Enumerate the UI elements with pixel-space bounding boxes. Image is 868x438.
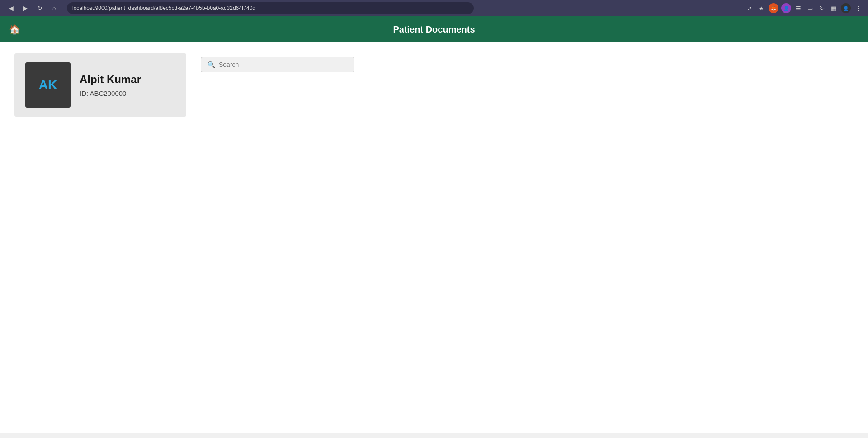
menu-lines-icon[interactable]: ☰ [794,4,803,13]
patient-initials: AK [39,78,57,92]
patient-card: AK Alpit Kumar ID: ABC200000 [14,53,186,117]
share-icon[interactable]: ➚ [745,4,754,13]
app-home-button[interactable]: 🏠 [7,22,22,37]
page-title: Patient Documents [393,24,475,35]
more-options-icon[interactable]: ⋮ [854,4,863,13]
browser-chrome: ◀ ▶ ↻ ⌂ localhost:9000/patient_dashboard… [0,0,868,16]
reload-button[interactable]: ↻ [34,3,45,14]
user-avatar[interactable]: 👤 [841,3,851,13]
extension-avatar-2[interactable]: 👤 [781,3,791,13]
home-button[interactable]: ⌂ [49,3,60,14]
puzzle-icon[interactable]: ⛷ [817,4,826,13]
patient-avatar: AK [25,62,71,108]
window-icon[interactable]: ▭ [806,4,815,13]
back-button[interactable]: ◀ [5,3,16,14]
scrollbar[interactable] [0,433,868,438]
app-home-icon: 🏠 [9,24,20,35]
sidebar-icon[interactable]: ▦ [829,4,838,13]
search-icon: 🔍 [208,61,215,68]
search-box: 🔍 [201,57,354,72]
address-text: localhost:9000/patient_dashboard/af8ec5c… [72,5,468,11]
patient-id: ID: ABC200000 [80,89,141,97]
forward-button[interactable]: ▶ [20,3,31,14]
search-input[interactable] [219,61,348,68]
bookmark-icon[interactable]: ★ [757,4,766,13]
app-header: 🏠 Patient Documents [0,16,868,42]
address-bar[interactable]: localhost:9000/patient_dashboard/af8ec5c… [67,2,474,14]
extension-avatar-1[interactable]: 🦊 [769,3,778,13]
patient-name: Alpit Kumar [80,73,141,86]
browser-actions: ➚ ★ 🦊 👤 ☰ ▭ ⛷ ▦ 👤 ⋮ [745,3,863,13]
patient-info: Alpit Kumar ID: ABC200000 [80,73,141,97]
search-area: 🔍 [201,53,854,72]
main-content: AK Alpit Kumar ID: ABC200000 🔍 [0,42,868,127]
